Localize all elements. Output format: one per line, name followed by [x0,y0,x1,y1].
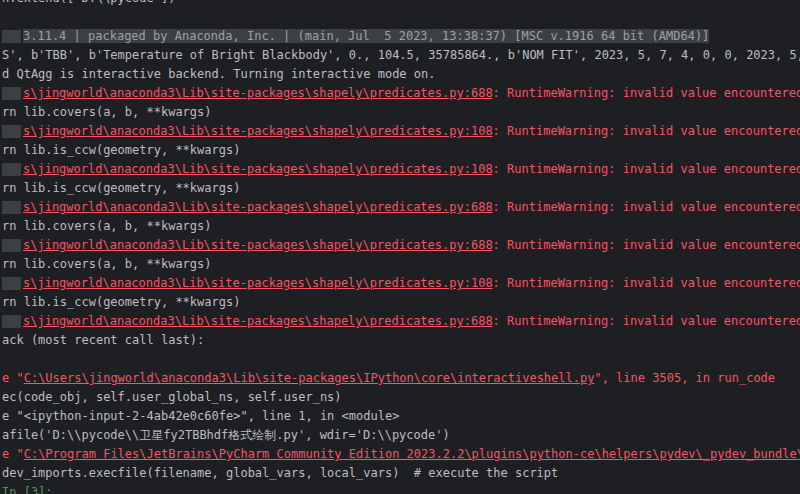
console-text: : RuntimeWarning: invalid value encounte… [493,86,800,100]
file-link[interactable]: s\jingworld\anaconda3\Lib\site-packages\… [23,162,493,176]
cropped-highlight-box [2,30,21,43]
warning-source-line: rn lib.is_ccw(geometry, **kwargs) [2,141,800,160]
console-text: rn lib.is_ccw(geometry, **kwargs) [2,181,240,195]
data-output-line: S', b'TBB', b'Temperature of Bright Blac… [2,46,800,65]
console-text: d QtAgg is interactive backend. Turning … [2,67,435,81]
console-text: ec(code_obj, self.user_global_ns, self.u… [2,390,342,404]
file-link[interactable]: C:\Program Files\JetBrains\PyCharm Commu… [24,447,800,461]
warning-source-line: rn lib.covers(a, b, **kwargs) [2,255,800,274]
runtime-warning-line: s\jingworld\anaconda3\Lib\site-packages\… [2,274,800,293]
console-text: dev_imports.execfile(filename, global_va… [2,466,558,480]
console-text: : RuntimeWarning: invalid value encounte… [493,124,800,138]
blank-line [2,350,800,369]
console-text: h.extend(['D:\\pycode']) [2,0,175,5]
console-text: ", line 3505, in run_code [594,371,775,385]
runtime-warning-line: s\jingworld\anaconda3\Lib\site-packages\… [2,236,800,255]
runtime-warning-line: s\jingworld\anaconda3\Lib\site-packages\… [2,198,800,217]
console-text: : RuntimeWarning: invalid value encounte… [493,238,800,252]
cropped-highlight-box [2,239,21,252]
file-link[interactable]: C:\Users\jingworld\anaconda3\Lib\site-pa… [24,371,595,385]
cropped-highlight-box [2,201,21,214]
runtime-warning-line: s\jingworld\anaconda3\Lib\site-packages\… [2,160,800,179]
console-text: e "<ipython-input-2-4ab42e0c60fe>", line… [2,409,399,423]
console-text: : RuntimeWarning: invalid value encounte… [493,200,800,214]
console-text: rn lib.covers(a, b, **kwargs) [2,105,212,119]
warning-source-line: rn lib.is_ccw(geometry, **kwargs) [2,179,800,198]
console-text: rn lib.is_ccw(geometry, **kwargs) [2,295,240,309]
cropped-highlight-box [2,163,21,176]
console-text: rn lib.covers(a, b, **kwargs) [2,219,212,233]
startup-path-line: h.extend(['D:\\pycode']) [2,0,800,8]
file-link[interactable]: s\jingworld\anaconda3\Lib\site-packages\… [23,124,493,138]
console-text: afile('D:\\pycode\\卫星fy2TBBhdf格式绘制.py', … [2,428,450,442]
cropped-highlight-box [2,315,21,328]
file-link[interactable]: s\jingworld\anaconda3\Lib\site-packages\… [23,276,493,290]
runtime-warning-line: s\jingworld\anaconda3\Lib\site-packages\… [2,122,800,141]
console-text: rn lib.is_ccw(geometry, **kwargs) [2,143,240,157]
console-text: : RuntimeWarning: invalid value encounte… [493,162,800,176]
traceback-frame-line: e "<ipython-input-2-4ab42e0c60fe>", line… [2,407,800,426]
traceback-code-line: ec(code_obj, self.user_global_ns, self.u… [2,388,800,407]
traceback-header-line: ack (most recent call last): [2,331,800,350]
file-link[interactable]: s\jingworld\anaconda3\Lib\site-packages\… [23,238,493,252]
console-lines: h.extend(['D:\\pycode'])3.11.4 | package… [0,0,800,494]
console-text: : RuntimeWarning: invalid value encounte… [493,314,800,328]
prompt-line: In [3]: [2,483,800,494]
warning-source-line: rn lib.covers(a, b, **kwargs) [2,217,800,236]
console-text: 3.11.4 | packaged by Anaconda, Inc. | (m… [23,29,709,43]
warning-source-line: rn lib.is_ccw(geometry, **kwargs) [2,293,800,312]
console-text: : RuntimeWarning: invalid value encounte… [493,276,800,290]
console-text: e " [2,447,24,461]
cropped-highlight-box [2,87,21,100]
warning-source-line: rn lib.covers(a, b, **kwargs) [2,103,800,122]
cropped-highlight-box [2,125,21,138]
console-text: ack (most recent call last): [2,333,204,347]
runtime-warning-line: s\jingworld\anaconda3\Lib\site-packages\… [2,312,800,331]
blank-line [2,8,800,27]
console-text: S', b'TBB', b'Temperature of Bright Blac… [2,48,800,62]
file-link[interactable]: s\jingworld\anaconda3\Lib\site-packages\… [23,200,493,214]
ipython-prompt: In [3]: [2,485,60,494]
python-version-line: 3.11.4 | packaged by Anaconda, Inc. | (m… [2,27,800,46]
traceback-code-line: dev_imports.execfile(filename, global_va… [2,464,800,483]
traceback-frame-line: e "C:\Program Files\JetBrains\PyCharm Co… [2,445,800,464]
file-link[interactable]: s\jingworld\anaconda3\Lib\site-packages\… [23,86,493,100]
runtime-warning-line: s\jingworld\anaconda3\Lib\site-packages\… [2,84,800,103]
traceback-code-line: afile('D:\\pycode\\卫星fy2TBBhdf格式绘制.py', … [2,426,800,445]
python-console: h.extend(['D:\\pycode'])3.11.4 | package… [0,0,800,494]
file-link[interactable]: s\jingworld\anaconda3\Lib\site-packages\… [23,314,493,328]
console-text: e " [2,371,24,385]
backend-info-line: d QtAgg is interactive backend. Turning … [2,65,800,84]
traceback-frame-line: e "C:\Users\jingworld\anaconda3\Lib\site… [2,369,800,388]
cropped-highlight-box [2,277,21,290]
console-text: rn lib.covers(a, b, **kwargs) [2,257,212,271]
